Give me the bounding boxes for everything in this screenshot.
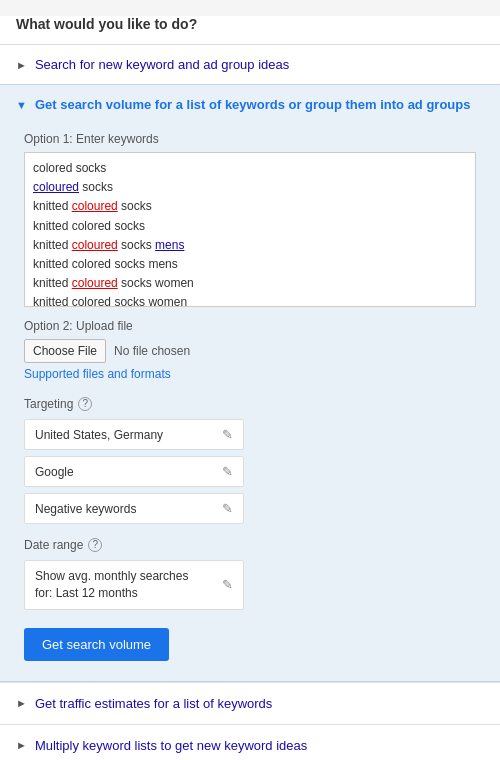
- option2-label: Option 2: Upload file: [24, 319, 476, 333]
- date-range-help-icon[interactable]: ?: [88, 538, 102, 552]
- date-range-line1: Show avg. monthly searches: [35, 569, 188, 583]
- keyword-line-3: knitted coloured socks: [33, 197, 467, 216]
- keyword-line-2: coloured socks: [33, 178, 467, 197]
- keyword-line-5: knitted coloured socks mens: [33, 236, 467, 255]
- keyword-line-8: knitted colored socks women: [33, 293, 467, 307]
- targeting-negative-keywords-row[interactable]: Negative keywords ✎: [24, 493, 244, 524]
- date-range-text: Show avg. monthly searches for: Last 12 …: [35, 568, 188, 602]
- keyword-highlight-coloured-2: coloured: [72, 199, 118, 213]
- targeting-location-text: United States, Germany: [35, 428, 163, 442]
- collapse-arrow-4: ►: [16, 739, 27, 751]
- date-range-line2: for: Last 12 months: [35, 586, 138, 600]
- keyword-line-6: knitted colored socks mens: [33, 255, 467, 274]
- section-label-4: Multiply keyword lists to get new keywor…: [35, 738, 307, 753]
- date-range-section: Date range ? Show avg. monthly searches …: [24, 538, 476, 610]
- targeting-network-text: Google: [35, 465, 74, 479]
- keyword-highlight-coloured-4: coloured: [72, 276, 118, 290]
- section-get-traffic-estimates[interactable]: ► Get traffic estimates for a list of ke…: [0, 682, 500, 724]
- section-label-3: Get traffic estimates for a list of keyw…: [35, 696, 272, 711]
- keywords-textarea[interactable]: colored socks coloured socks knitted col…: [24, 152, 476, 307]
- section-search-new-keywords[interactable]: ► Search for new keyword and ad group id…: [0, 45, 500, 84]
- keyword-line-1: colored socks: [33, 159, 467, 178]
- date-range-box[interactable]: Show avg. monthly searches for: Last 12 …: [24, 560, 244, 610]
- date-range-label: Date range ?: [24, 538, 476, 552]
- keyword-highlight-coloured-1: coloured: [33, 180, 79, 194]
- section-expanded-header[interactable]: ▼ Get search volume for a list of keywor…: [0, 85, 500, 124]
- targeting-location-row[interactable]: United States, Germany ✎: [24, 419, 244, 450]
- get-search-volume-button[interactable]: Get search volume: [24, 628, 169, 661]
- targeting-network-row[interactable]: Google ✎: [24, 456, 244, 487]
- section-multiply-keyword-lists[interactable]: ► Multiply keyword lists to get new keyw…: [0, 724, 500, 760]
- section-expanded-label: Get search volume for a list of keywords…: [35, 97, 471, 112]
- targeting-negative-keywords-text: Negative keywords: [35, 502, 136, 516]
- collapse-arrow-3: ►: [16, 697, 27, 709]
- keyword-highlight-coloured-3: coloured: [72, 238, 118, 252]
- targeting-negative-keywords-edit-icon[interactable]: ✎: [222, 501, 233, 516]
- section-expanded-content: Option 1: Enter keywords colored socks c…: [0, 124, 500, 681]
- upload-row: Choose File No file chosen: [24, 339, 476, 363]
- targeting-section: Targeting ? United States, Germany ✎ Goo…: [24, 397, 476, 524]
- targeting-help-icon[interactable]: ?: [78, 397, 92, 411]
- keyword-line-4: knitted colored socks: [33, 217, 467, 236]
- option1-label: Option 1: Enter keywords: [24, 132, 476, 146]
- date-range-edit-icon[interactable]: ✎: [222, 577, 233, 592]
- keyword-line-7: knitted coloured socks women: [33, 274, 467, 293]
- section-get-search-volume: ▼ Get search volume for a list of keywor…: [0, 84, 500, 682]
- page-question: What would you like to do?: [0, 16, 500, 45]
- targeting-label: Targeting ?: [24, 397, 476, 411]
- keyword-link-mens: mens: [155, 238, 184, 252]
- section-label-1: Search for new keyword and ad group idea…: [35, 57, 289, 72]
- choose-file-button[interactable]: Choose File: [24, 339, 106, 363]
- no-file-text: No file chosen: [114, 344, 190, 358]
- bottom-sections: ► Get traffic estimates for a list of ke…: [0, 682, 500, 760]
- collapse-arrow-1: ►: [16, 59, 27, 71]
- targeting-location-edit-icon[interactable]: ✎: [222, 427, 233, 442]
- targeting-network-edit-icon[interactable]: ✎: [222, 464, 233, 479]
- supported-files-link[interactable]: Supported files and formats: [24, 367, 476, 381]
- expand-arrow: ▼: [16, 99, 27, 111]
